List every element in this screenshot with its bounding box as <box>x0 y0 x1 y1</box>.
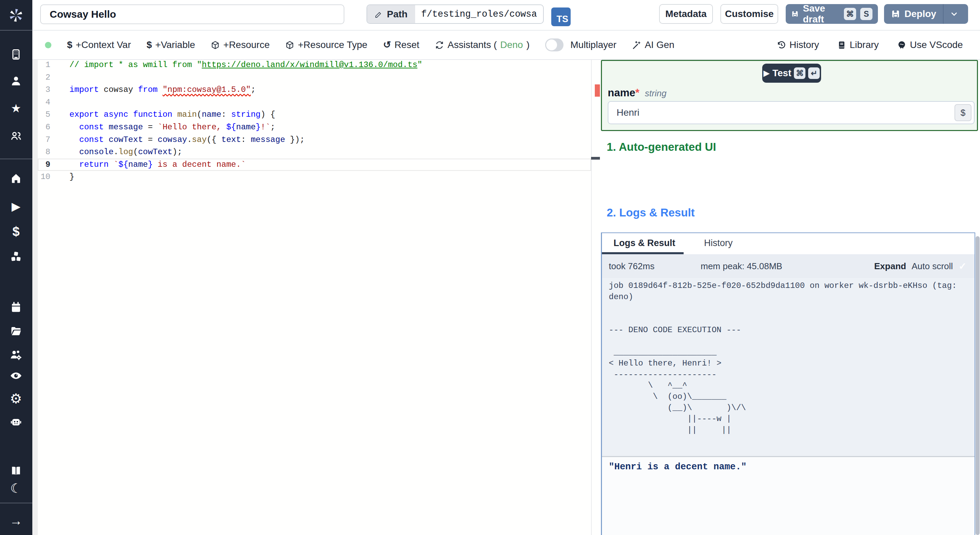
path-label: Path <box>387 9 408 20</box>
pencil-icon <box>375 10 383 18</box>
path-button[interactable]: Path f/testing_roles/cowsa <box>366 5 544 24</box>
code-line[interactable]: 10} <box>38 171 591 183</box>
resources-cubes-icon[interactable] <box>9 250 23 264</box>
line-number: 4 <box>38 96 50 109</box>
folders-icon[interactable] <box>9 324 23 338</box>
editor-gutter <box>32 60 38 535</box>
expand-button[interactable]: Expand <box>874 254 906 278</box>
log-line: < Hello there, Henri! > <box>609 358 975 369</box>
deploy-dropdown[interactable] <box>943 10 965 18</box>
groups-users-icon[interactable] <box>9 129 23 143</box>
line-number: 2 <box>38 72 50 84</box>
auto-generated-ui-box: ▶ Test ⌘ ↵ name* string Henri $ <box>601 60 978 131</box>
audit-eye-icon[interactable] <box>9 369 23 382</box>
line-number: 6 <box>38 121 50 134</box>
add-variable-button[interactable]: $ +Variable <box>147 40 195 50</box>
reset-button[interactable]: ↺ Reset <box>383 40 420 50</box>
log-line <box>609 336 975 347</box>
script-title-input[interactable]: Cowsay Hello <box>40 5 344 24</box>
save-draft-button[interactable]: Save draft ⌘ S <box>786 4 878 24</box>
assistants-language: Deno <box>500 40 523 50</box>
code-line[interactable]: 3import cowsay from "npm:cowsay@1.5.0"; <box>38 84 591 96</box>
result-value: "Henri is a decent name." <box>602 457 975 472</box>
variables-dollar-icon[interactable]: $ <box>9 225 23 238</box>
use-vscode-button[interactable]: Use VScode <box>897 30 963 59</box>
ai-gen-button[interactable]: AI Gen <box>632 40 675 50</box>
add-resource-type-button[interactable]: +Resource Type <box>285 40 367 50</box>
collapse-arrow-icon[interactable]: → <box>9 514 23 527</box>
code-line[interactable]: 2 <box>38 72 591 84</box>
tab-logs-result[interactable]: Logs & Result <box>614 233 675 253</box>
docs-book-icon[interactable] <box>9 464 23 478</box>
log-output[interactable]: job 0189d64f-812b-525e-f020-652bd9da1100… <box>602 278 975 456</box>
test-button[interactable]: ▶ Test ⌘ ↵ <box>762 64 821 83</box>
code-line[interactable]: 8 console.log(cowText); <box>38 146 591 159</box>
log-line: || || <box>609 425 975 436</box>
metadata-button[interactable]: Metadata <box>659 4 713 24</box>
result-output[interactable]: "Henri is a decent name." <box>602 457 975 535</box>
line-number: 5 <box>38 108 50 121</box>
field-type-label: string <box>645 88 667 99</box>
section-auto-generated-ui: 1. Auto-generated UI <box>607 140 716 153</box>
deploy-button[interactable]: Deploy <box>884 4 968 24</box>
sidebar: ★ ▶ $ <box>0 0 32 535</box>
code-line[interactable]: 4 <box>38 96 591 109</box>
library-button[interactable]: Library <box>837 30 879 59</box>
auto-scroll-check-icon[interactable]: ✓ <box>959 254 966 278</box>
sidebar-divider <box>0 159 32 159</box>
workspace-building-icon[interactable] <box>9 48 23 61</box>
settings-gear-icon[interactable]: ⚙ <box>9 392 23 405</box>
home-icon[interactable] <box>9 172 23 185</box>
path-value[interactable]: f/testing_roles/cowsa <box>415 5 543 23</box>
code-editor[interactable]: 1// import * as wmill from "https://deno… <box>32 60 600 535</box>
code-line[interactable]: 9 return `${name} is a decent name.` <box>38 159 591 171</box>
sidebar-divider <box>0 503 32 503</box>
insert-variable-button[interactable]: $ <box>955 104 972 121</box>
dark-mode-moon-icon[interactable]: ☾ <box>9 482 23 495</box>
required-asterisk: * <box>635 87 640 99</box>
assistants-button[interactable]: Assistants (Deno) <box>435 40 530 50</box>
enter-key: ↵ <box>808 67 820 79</box>
history-button[interactable]: History <box>776 30 819 59</box>
tab-history[interactable]: History <box>704 233 733 253</box>
section-logs-result: 2. Logs & Result <box>607 206 695 219</box>
code-line[interactable]: 1// import * as wmill from "https://deno… <box>38 59 591 72</box>
save-icon <box>891 9 900 19</box>
log-line: (__)\ )\/\ <box>609 403 975 414</box>
cursor-marker <box>591 157 600 159</box>
log-line <box>609 303 975 314</box>
panel-scrollbar[interactable] <box>975 236 980 535</box>
code-line[interactable]: 7 const cowText = cowsay.say({ text: mes… <box>38 134 591 146</box>
customise-button[interactable]: Customise <box>721 4 778 24</box>
runs-play-icon[interactable]: ▶ <box>9 199 23 213</box>
name-input[interactable]: Henri $ <box>608 101 975 124</box>
workers-users-gear-icon[interactable] <box>9 348 23 362</box>
windmill-script-editor: ★ ▶ $ <box>0 0 980 535</box>
add-resource-button[interactable]: +Resource <box>211 40 269 50</box>
multiplayer-label: Multiplayer <box>570 40 616 50</box>
user-icon[interactable] <box>9 74 23 88</box>
log-line: ||----w | <box>609 414 975 425</box>
log-line <box>609 314 975 325</box>
ai-robot-icon[interactable] <box>9 415 23 428</box>
code-lines[interactable]: 1// import * as wmill from "https://deno… <box>38 59 591 183</box>
history-icon <box>776 40 786 50</box>
vscode-icon <box>897 40 907 50</box>
typescript-badge: TS <box>551 8 571 26</box>
schedules-calendar-icon[interactable] <box>9 301 23 314</box>
package-icon <box>285 40 294 50</box>
line-number: 3 <box>38 84 50 96</box>
mem-peak: mem peak: 45.08MB <box>701 254 782 278</box>
add-context-var-button[interactable]: $ +Context Var <box>67 40 131 50</box>
multiplayer-toggle[interactable] <box>545 38 563 51</box>
cmd-key: ⌘ <box>844 8 856 20</box>
code-line[interactable]: 6 const message = `Hello there, ${name}!… <box>38 121 591 134</box>
editor-toolbar: $ +Context Var $ +Variable +Resource + <box>32 30 980 60</box>
favorites-star-icon[interactable]: ★ <box>9 102 23 115</box>
topbar: Cowsay Hello Path f/testing_roles/cowsa … <box>32 0 980 30</box>
windmill-logo[interactable] <box>9 8 23 22</box>
logs-result-panel: Logs & Result History took 762ms mem pea… <box>601 232 975 535</box>
code-line[interactable]: 5export async function main(name: string… <box>38 108 591 121</box>
sidebar-divider <box>0 30 32 30</box>
auto-scroll-label[interactable]: Auto scroll <box>912 254 953 278</box>
